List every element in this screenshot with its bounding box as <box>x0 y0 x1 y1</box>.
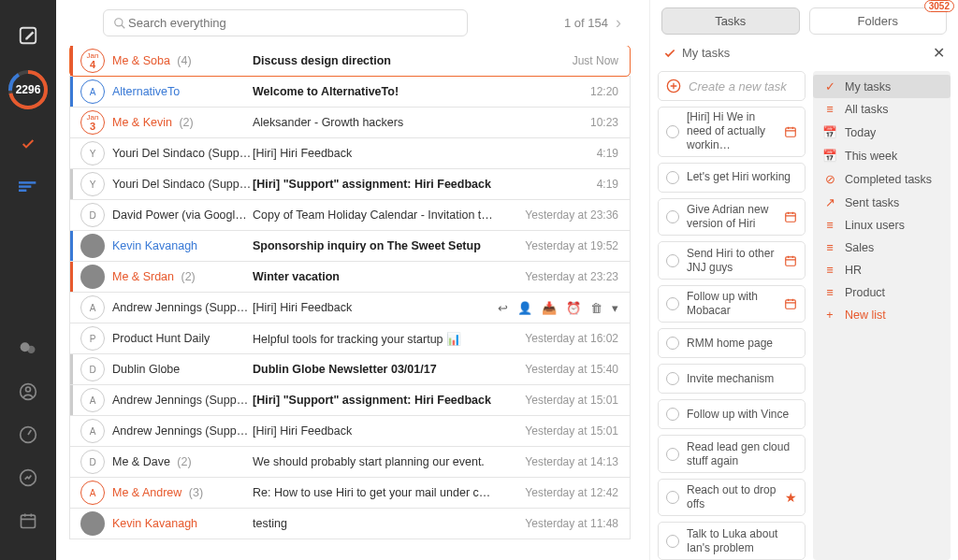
reply-icon[interactable]: ↩ <box>498 301 508 315</box>
due-icon <box>784 254 797 267</box>
email-row[interactable]: DDublin GlobeDublin Globe Newsletter 03/… <box>69 353 631 385</box>
assign-icon[interactable]: 👤 <box>517 301 532 315</box>
email-row[interactable]: Jan3Me & Kevin (2)Aleksander - Growth ha… <box>69 107 631 138</box>
svg-rect-4 <box>19 181 36 184</box>
avatar: A <box>80 388 105 412</box>
email-row[interactable]: AAlternativeToWelcome to AlternativeTo!1… <box>69 76 631 108</box>
task-card[interactable]: Read lead gen cloud stuff again <box>658 435 806 473</box>
filter-item[interactable]: 📅This week <box>813 144 951 167</box>
filter-item[interactable]: ≡HR <box>813 259 951 281</box>
avatar: A <box>80 295 105 320</box>
profile-icon[interactable] <box>13 377 43 407</box>
task-checkbox[interactable] <box>666 171 679 184</box>
task-card[interactable]: Give Adrian new version of Hiri <box>658 198 806 237</box>
filter-label: Sent tasks <box>845 196 899 209</box>
email-row[interactable]: YYouri Del Sindaco (Suppo…[Hiri] Hiri Fe… <box>69 137 631 169</box>
delete-icon[interactable]: 🗑 <box>590 301 602 315</box>
task-checkbox[interactable] <box>666 125 679 138</box>
task-card[interactable]: Follow up with Vince <box>658 399 806 429</box>
more-icon[interactable]: ▾ <box>612 301 618 315</box>
subject: Copy of Team Holiday Calendar - Invitati… <box>253 208 517 222</box>
filter-item[interactable]: ⊘Completed tasks <box>813 167 951 191</box>
date-chip: Jan4 <box>80 49 105 73</box>
tab-folders[interactable]: Folders <box>809 7 948 35</box>
filter-item[interactable]: 📅Today <box>813 121 951 144</box>
avatar: P <box>80 326 105 351</box>
priority-bar <box>70 231 73 261</box>
filter-label: Sales <box>845 241 874 254</box>
todo-icon[interactable] <box>13 129 43 159</box>
new-task-input[interactable]: Create a new task <box>658 71 806 101</box>
task-card[interactable]: Send Hiri to other JNJ guys <box>658 241 806 280</box>
tab-tasks[interactable]: Tasks <box>661 7 800 35</box>
svg-rect-19 <box>786 300 796 309</box>
email-row[interactable]: DDavid Power (via Google …Copy of Team H… <box>69 199 631 231</box>
task-checkbox[interactable] <box>666 448 679 461</box>
svg-rect-6 <box>19 190 26 193</box>
archive-icon[interactable]: 📥 <box>542 301 557 315</box>
star-icon[interactable]: ★ <box>785 490 797 505</box>
filter-label: Linux users <box>845 219 905 232</box>
task-checkbox[interactable] <box>666 210 679 223</box>
task-card[interactable]: Follow up with Mobacar <box>658 285 806 323</box>
email-row[interactable]: YYouri Del Sindaco (Supp…[Hiri] "Support… <box>69 168 631 200</box>
email-row[interactable]: AMe & Andrew (3)Re: How to use Hiri to g… <box>69 477 631 509</box>
out-icon: ↗ <box>822 195 837 209</box>
email-row[interactable]: AAndrew Jennings (Suppo…[Hiri] "Support"… <box>69 384 631 416</box>
calendar-icon[interactable] <box>13 506 43 536</box>
tasks-header: My tasks ✕ <box>650 35 958 71</box>
filter-item[interactable]: ≡Sales <box>813 237 951 259</box>
sender: Me & Dave (2) <box>112 455 253 468</box>
task-text: Invite mechanism <box>687 372 797 386</box>
email-row[interactable]: DMe & Dave (2)We should probably start p… <box>69 446 631 478</box>
settings-icon[interactable] <box>13 463 43 493</box>
subject: Re: How to use Hiri to get your mail und… <box>253 486 517 499</box>
task-checkbox[interactable] <box>666 372 679 385</box>
dashboard-icon[interactable] <box>13 420 43 450</box>
task-card[interactable]: Reach out to drop offs★ <box>658 479 806 517</box>
search-box[interactable] <box>103 9 468 36</box>
task-card[interactable]: Invite mechanism <box>658 364 806 394</box>
email-row[interactable]: Kevin KavanaghtestingYesterday at 11:48 <box>69 508 631 539</box>
filter-item[interactable]: ≡Linux users <box>813 214 951 237</box>
task-card[interactable]: Talk to Luka about Ian's problem <box>658 522 806 560</box>
subject: [Hiri] Hiri Feedback <box>253 301 498 314</box>
task-checkbox[interactable] <box>666 408 679 421</box>
filter-item[interactable]: ✓My tasks <box>813 75 951 98</box>
task-checkbox[interactable] <box>666 297 679 310</box>
sender: Andrew Jennings (Support) <box>112 301 253 314</box>
sender: Me & Andrew (3) <box>112 486 253 499</box>
filter-item[interactable]: ≡All tasks <box>813 98 951 121</box>
email-row[interactable]: Me & Srdan (2)Winter vacationYesterday a… <box>69 261 631 293</box>
email-row[interactable]: PProduct Hunt DailyHelpful tools for tra… <box>69 323 631 354</box>
pager-next-icon[interactable]: › <box>616 13 621 33</box>
email-row[interactable]: Kevin KavanaghSponsorship inquiry on The… <box>69 230 631 262</box>
search-input[interactable] <box>126 15 457 31</box>
email-row[interactable]: Jan4Me & Soba (4)Discuss design directio… <box>69 46 631 77</box>
filter-item[interactable]: +New list <box>813 304 951 326</box>
task-checkbox[interactable] <box>666 535 679 548</box>
email-row[interactable]: AAndrew Jennings (Support)[Hiri] Hiri Fe… <box>69 292 631 323</box>
task-card[interactable]: RMM home page <box>658 328 806 358</box>
filter-item[interactable]: ≡Product <box>813 281 951 304</box>
task-card[interactable]: [Hiri] Hi We in need of actually workin… <box>658 107 806 157</box>
list-icon: ≡ <box>822 264 837 277</box>
task-checkbox[interactable] <box>666 337 679 350</box>
task-checkbox[interactable] <box>666 491 679 504</box>
priority-bar <box>70 138 73 168</box>
sender: AlternativeTo <box>112 85 253 98</box>
close-icon[interactable]: ✕ <box>933 44 945 62</box>
snooze-icon[interactable]: ⏰ <box>566 301 581 315</box>
email-row[interactable]: AAndrew Jennings (Support)[Hiri] Hiri Fe… <box>69 415 631 447</box>
filter-item[interactable]: ↗Sent tasks <box>813 191 951 214</box>
avatar <box>80 511 105 536</box>
task-checkbox[interactable] <box>666 254 679 267</box>
score-widget[interactable]: 2296 <box>7 69 49 110</box>
svg-rect-5 <box>19 185 31 188</box>
chat-icon[interactable] <box>13 334 43 364</box>
priority-bar <box>70 323 73 353</box>
stats-icon[interactable] <box>13 172 43 202</box>
sender: Youri Del Sindaco (Suppo… <box>112 147 253 160</box>
task-card[interactable]: Let's get Hiri working <box>658 163 806 193</box>
compose-icon[interactable] <box>13 21 43 50</box>
